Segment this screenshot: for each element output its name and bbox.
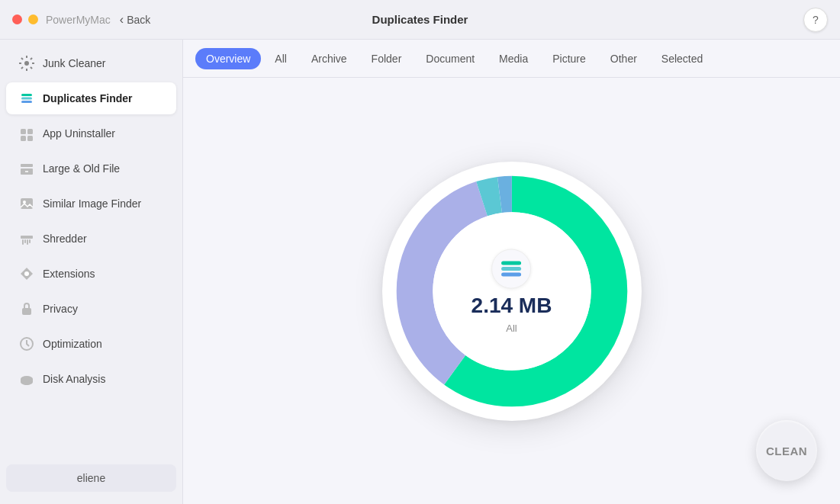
svg-rect-2	[21, 98, 32, 100]
sidebar-bottom: eliene	[0, 458, 182, 498]
help-button[interactable]: ?	[803, 8, 828, 32]
sidebar-item-extensions[interactable]: Extensions	[6, 258, 176, 290]
tab-overview[interactable]: Overview	[195, 48, 261, 69]
svg-rect-3	[21, 94, 32, 96]
window-title: Duplicates Finder	[372, 13, 468, 26]
svg-rect-28	[501, 272, 521, 276]
back-arrow-icon: ‹	[120, 13, 124, 27]
svg-rect-7	[27, 136, 33, 141]
layers-icon	[18, 90, 35, 107]
extension-icon	[18, 265, 35, 282]
svg-rect-19	[22, 308, 31, 315]
sidebar-item-optimization[interactable]: Optimization	[6, 328, 176, 360]
svg-rect-6	[21, 136, 26, 141]
app-icon	[18, 125, 35, 142]
tab-archive[interactable]: Archive	[301, 48, 358, 69]
tab-all[interactable]: All	[264, 48, 298, 69]
svg-rect-16	[27, 239, 28, 245]
traffic-lights	[12, 14, 38, 24]
disk-icon	[18, 371, 35, 387]
sidebar-item-privacy[interactable]: Privacy	[6, 293, 176, 325]
chart-area: 2.14 MB All CLEAN	[183, 78, 840, 504]
tab-picture[interactable]: Picture	[542, 48, 597, 69]
sidebar-item-label: Shredder	[43, 233, 87, 245]
donut-chart: 2.14 MB All	[382, 162, 642, 421]
content-area: Overview All Archive Folder Document Med…	[183, 40, 840, 504]
sidebar-item-junk-cleaner[interactable]: Junk Cleaner	[6, 47, 176, 79]
svg-rect-30	[501, 261, 521, 265]
tab-other[interactable]: Other	[600, 48, 648, 69]
tab-folder[interactable]: Folder	[361, 48, 413, 69]
sidebar-item-label: Large & Old File	[43, 162, 120, 175]
sidebar-item-label: Privacy	[43, 303, 78, 315]
svg-rect-14	[22, 239, 24, 245]
minimize-button[interactable]	[28, 14, 38, 24]
close-button[interactable]	[12, 14, 22, 24]
image-icon	[18, 195, 35, 212]
svg-rect-11	[21, 198, 33, 209]
svg-rect-15	[24, 239, 26, 243]
sidebar-item-label: Duplicates Finder	[43, 92, 132, 104]
tab-document[interactable]: Document	[415, 48, 485, 69]
app-name: PowerMyMac	[46, 14, 111, 26]
svg-point-18	[24, 271, 29, 276]
sidebar-item-shredder[interactable]: Shredder	[6, 223, 176, 255]
stacked-layers-icon	[500, 258, 523, 279]
svg-rect-4	[21, 129, 26, 134]
title-bar: PowerMyMac ‹ Back Duplicates Finder ?	[0, 0, 840, 40]
shred-icon	[18, 230, 35, 247]
clean-label: CLEAN	[766, 445, 807, 457]
sidebar-item-duplicates-finder[interactable]: Duplicates Finder	[6, 82, 176, 114]
donut-center: 2.14 MB All	[471, 249, 552, 333]
gear-icon	[18, 55, 35, 72]
svg-rect-17	[29, 239, 31, 243]
sidebar-item-app-uninstaller[interactable]: App Uninstaller	[6, 117, 176, 149]
svg-rect-5	[27, 129, 33, 134]
tab-selected[interactable]: Selected	[651, 48, 713, 69]
svg-rect-1	[21, 101, 32, 103]
tabs-bar: Overview All Archive Folder Document Med…	[183, 40, 840, 78]
sidebar-item-large-old-file[interactable]: Large & Old File	[6, 152, 176, 185]
svg-rect-13	[21, 236, 33, 239]
sidebar-item-disk-analysis[interactable]: Disk Analysis	[6, 363, 176, 395]
lock-icon	[18, 300, 35, 317]
main-content: Junk Cleaner Duplicates Finder App Unins…	[0, 40, 840, 504]
sidebar-item-similar-image[interactable]: Similar Image Finder	[6, 188, 176, 220]
sidebar: Junk Cleaner Duplicates Finder App Unins…	[0, 40, 183, 504]
sidebar-item-label: Disk Analysis	[43, 373, 105, 385]
sidebar-item-label: Optimization	[43, 338, 102, 350]
donut-icon	[491, 249, 531, 288]
chart-total-size: 2.14 MB	[471, 293, 552, 317]
archive-icon	[18, 160, 35, 177]
svg-rect-8	[21, 164, 33, 167]
help-icon: ?	[813, 14, 819, 26]
sidebar-item-label: Extensions	[43, 268, 95, 280]
tab-media[interactable]: Media	[488, 48, 539, 69]
user-badge: eliene	[6, 464, 176, 492]
chart-total-label: All	[506, 322, 517, 333]
back-button[interactable]: ‹ Back	[120, 13, 150, 27]
sidebar-item-label: Junk Cleaner	[43, 57, 106, 69]
sidebar-item-label: Similar Image Finder	[43, 197, 141, 210]
back-label: Back	[127, 14, 150, 26]
svg-point-0	[24, 61, 29, 66]
sidebar-item-label: App Uninstaller	[43, 127, 115, 140]
clean-button[interactable]: CLEAN	[756, 420, 817, 481]
svg-rect-29	[501, 267, 521, 271]
optimize-icon	[18, 335, 35, 352]
